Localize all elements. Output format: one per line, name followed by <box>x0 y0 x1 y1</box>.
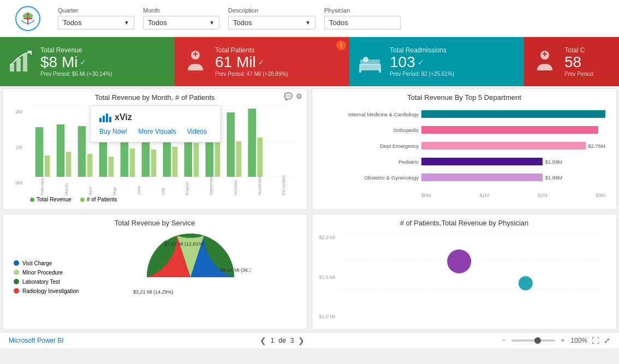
svg-rect-24 <box>66 152 72 177</box>
scatter-y-labels: $2,0 Mi $1,5 Mi $1,0 Mi <box>312 229 337 330</box>
x-label-jun: June <box>136 180 141 195</box>
dept-val-2: $2.75M <box>588 143 605 149</box>
pagination: ❮ 1 de 3 ❯ <box>260 336 305 345</box>
pie-label-left: $3,21 Mi (14,29%) <box>133 289 174 295</box>
chart-revenue-month-icons: 💬 ⚙ <box>284 92 302 100</box>
zoom-plus-icon[interactable]: ＋ <box>560 336 566 345</box>
service-legend-2: Laboratory Test <box>14 279 79 285</box>
chat-icon[interactable]: 💬 <box>284 92 293 100</box>
kpi-revenue-title: Total Revenue <box>40 46 167 54</box>
videos-link[interactable]: Videos <box>187 128 207 135</box>
xviz-logo: xViz <box>99 112 212 122</box>
zoom-slider[interactable] <box>511 339 555 342</box>
kpi-total-c: Total C 58 Prev Period: <box>524 37 619 86</box>
svg-rect-4 <box>16 58 21 71</box>
chart-revenue-dept: Total Revenue By Top 5 Department Intern… <box>312 88 617 210</box>
svg-rect-25 <box>78 126 86 177</box>
svg-rect-3 <box>10 64 14 71</box>
settings-icon[interactable]: ⚙ <box>296 92 302 100</box>
expand-icon[interactable]: ⛶ <box>592 336 599 345</box>
pie-chart-svg: $8,24 Mi (36,71%) $2,83 Mi (12,61%) $3,2… <box>130 234 251 321</box>
kpi-revenue-content: Total Revenue $8 Mi ✓ Prev Period: $6 Mi… <box>40 46 167 77</box>
chart-revenue-month: Total Revenue by Month, # of Patients 💬 … <box>2 88 307 210</box>
svg-rect-13 <box>359 69 361 73</box>
x-label-aug: August <box>184 180 189 195</box>
dept-label-3: Pediatric <box>318 159 419 165</box>
physician-select[interactable]: Todos <box>324 16 401 29</box>
bed-patient-icon <box>357 49 383 75</box>
dept-label-0: Internal Medicine & Cardiology <box>318 111 419 117</box>
powerbi-link[interactable]: Microsoft Power BI <box>9 337 64 344</box>
service-dot-3 <box>14 288 19 294</box>
quarter-select[interactable]: Todos ▼ <box>58 16 134 29</box>
kpi-readmissions-value: 103 ✓ <box>390 54 516 71</box>
kpi-c-value: 58 <box>564 54 611 71</box>
page-total: 3 <box>290 337 294 344</box>
dept-label-2: Dept Emergency <box>318 143 419 149</box>
more-visuals-link[interactable]: More Visuals <box>138 128 176 135</box>
x-label-nov: November <box>257 180 262 195</box>
kpi-readmissions-prev: Prev Period: 82 (+25.61%) <box>390 71 516 77</box>
bottom-bar: Microsoft Power BI ❮ 1 de 3 ❯ － ＋ 100% ⛶… <box>0 332 619 348</box>
filters-container: Quarter Todos ▼ Month Todos ▼ Descriptio… <box>58 7 610 29</box>
zoom-value: 100% <box>570 337 587 344</box>
logo <box>9 3 47 34</box>
bubble-1 <box>519 276 533 290</box>
service-legend: Visit Charge Minor Procedure Laboratory … <box>8 260 79 294</box>
x-label-oct: October <box>233 180 238 195</box>
kpi-revenue-value: $8 Mi ✓ <box>40 54 167 71</box>
chart-patients-physician-title: # of Patients,Total Revenue by Physician <box>312 214 616 229</box>
buy-now-link[interactable]: Buy Now! <box>99 128 127 135</box>
chart-patients-physician: # of Patients,Total Revenue by Physician… <box>312 214 617 330</box>
quarter-label: Quarter <box>58 7 134 14</box>
month-chevron-icon: ▼ <box>209 20 215 26</box>
chart-revenue-service-title: Total Revenue by Service <box>3 214 307 229</box>
dept-x-axis: $0M $1M $2M $3M <box>318 193 605 198</box>
next-page-button[interactable]: ❯ <box>298 336 305 345</box>
kpi-patients-content: Total Patients 61 Mil ✓ Prev Period: 47 … <box>215 46 342 77</box>
svg-rect-23 <box>57 124 65 177</box>
bubble-0 <box>447 249 471 273</box>
patient-icon <box>182 49 209 75</box>
x-label-apr: April <box>88 180 93 195</box>
description-select[interactable]: Todos ▼ <box>228 16 316 29</box>
kpi-total-patients: ! Total Patients 61 Mil ✓ Prev Period: 4… <box>175 37 349 86</box>
kpi-readmissions-content: Total Readmissions 103 ✓ Prev Period: 82… <box>390 46 516 77</box>
kpi-patients-prev: Prev Period: 47 Mil (+28.89%) <box>215 71 342 77</box>
legend-patients-dot <box>80 198 85 202</box>
month-label: Month <box>143 7 219 14</box>
dept-bar-3 <box>421 158 543 165</box>
bar2 <box>103 116 105 122</box>
svg-rect-38 <box>215 140 220 177</box>
dept-val-3: $1.99M <box>545 159 562 165</box>
svg-rect-34 <box>172 147 178 177</box>
kpi-patients-check: ✓ <box>258 58 265 67</box>
service-dot-0 <box>14 260 19 266</box>
quarter-chevron-icon: ▼ <box>124 20 129 26</box>
xviz-label: xViz <box>115 112 132 122</box>
dept-val-4: $1.98M <box>545 175 562 181</box>
xviz-logo-bars <box>99 112 111 122</box>
month-select[interactable]: Todos ▼ <box>143 16 219 29</box>
header: Quarter Todos ▼ Month Todos ▼ Descriptio… <box>0 0 619 37</box>
legend-total-revenue: Total Revenue <box>30 196 72 202</box>
svg-rect-5 <box>23 54 27 71</box>
x-label-sep: September <box>209 180 213 195</box>
pie-label-top: $2,83 Mi (12,61%) <box>164 241 205 247</box>
kpi-revenue-prev: Prev Period: $6 Mi (+30.14%) <box>40 71 167 77</box>
chart-revenue-dept-title: Total Revenue By Top 5 Department <box>312 89 616 104</box>
x-label-may: May <box>112 180 117 195</box>
fullscreen-icon[interactable]: ⤢ <box>604 336 610 345</box>
service-legend-0: Visit Charge <box>14 260 79 266</box>
xviz-tooltip-popup: xViz Buy Now! More Visuals Videos <box>90 105 221 142</box>
x-label-feb: February <box>40 180 45 195</box>
dept-bar-0 <box>421 110 605 118</box>
chart-revenue-service: Total Revenue by Service Visit Charge Mi… <box>2 214 307 330</box>
service-legend-3: Radiology Investigation <box>14 288 79 294</box>
x-label-dec: December <box>281 180 286 195</box>
scatter-chart-svg <box>340 231 605 319</box>
kpi-row: Total Revenue $8 Mi ✓ Prev Period: $6 Mi… <box>0 37 619 86</box>
kpi-readmissions-check: ✓ <box>418 58 424 67</box>
zoom-minus-icon[interactable]: － <box>501 336 507 345</box>
prev-page-button[interactable]: ❮ <box>260 336 266 345</box>
